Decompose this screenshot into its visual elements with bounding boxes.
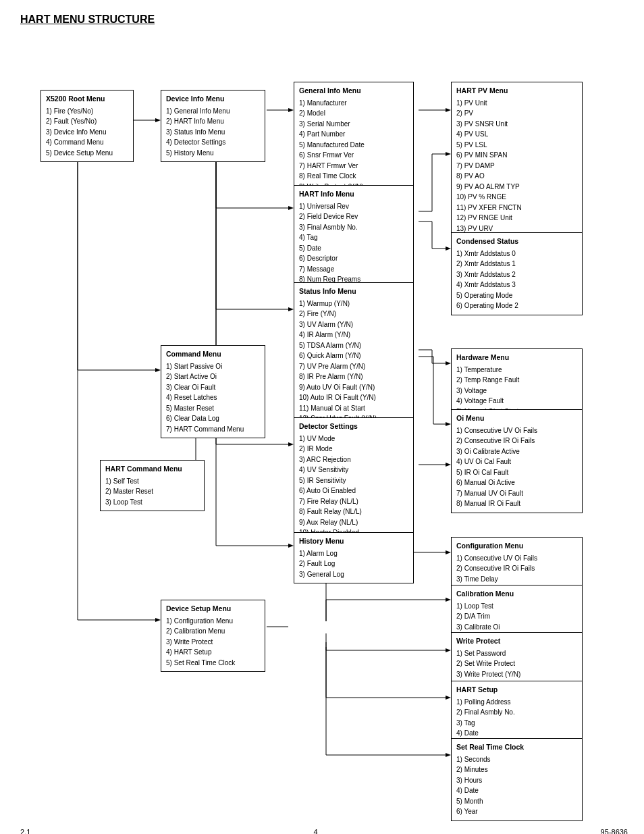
svg-marker-7 [155,618,161,622]
footer-right: 95-8636 [601,828,628,834]
svg-marker-12 [288,206,294,210]
svg-marker-4 [155,368,161,372]
set-real-time-clock-menu: Set Real Time Clock 1) Seconds 2) Minute… [451,738,583,821]
hart-command-menu: HART Command Menu 1) Self Test 2) Master… [100,460,205,511]
general-info-menu: General Info Menu 1) Manufacturer 2) Mod… [294,82,414,196]
svg-marker-23 [446,108,451,112]
svg-marker-57 [446,696,451,700]
svg-marker-18 [288,442,294,446]
page-title: HART MENU STRUCTURE [20,14,624,26]
calibration-menu: Calibration Menu 1) Loop Test 2) D/A Tri… [451,585,583,636]
svg-marker-48 [446,598,451,602]
configuration-menu: Configuration Menu 1) Consecutive UV Oi … [451,537,583,588]
svg-marker-31 [446,246,451,251]
svg-marker-44 [446,463,451,467]
x5200-root-menu: X5200 Root Menu 1) Fire (Yes/No) 2) Faul… [41,90,134,162]
svg-marker-35 [446,361,451,365]
svg-marker-54 [446,648,451,652]
device-setup-menu: Device Setup Menu 1) Configuration Menu … [161,600,265,672]
svg-marker-1 [155,118,161,122]
svg-marker-21 [288,544,294,548]
device-info-menu: Device Info Menu 1) General Info Menu 2)… [161,90,265,162]
svg-marker-51 [446,550,451,554]
footer-center: 4 [313,828,317,834]
svg-marker-60 [446,753,451,757]
svg-marker-27 [446,152,451,156]
history-menu: History Menu 1) Alarm Log 2) Fault Log 3… [294,532,414,583]
write-protect-menu: Write Protect 1) Set Password 2) Set Wri… [451,632,583,683]
svg-marker-39 [446,422,451,426]
command-menu: Command Menu 1) Start Passive Oi 2) Star… [161,345,265,438]
oi-menu: Oi Menu 1) Consecutive UV Oi Fails 2) Co… [451,409,583,513]
diagram: X5200 Root Menu 1) Fire (Yes/No) 2) Faul… [20,39,628,816]
footer-left: 2.1 [20,828,30,834]
svg-marker-15 [288,307,294,311]
condensed-status: Condensed Status 1) Xmtr Addstatus 0 2) … [451,232,583,315]
svg-marker-9 [288,108,294,112]
